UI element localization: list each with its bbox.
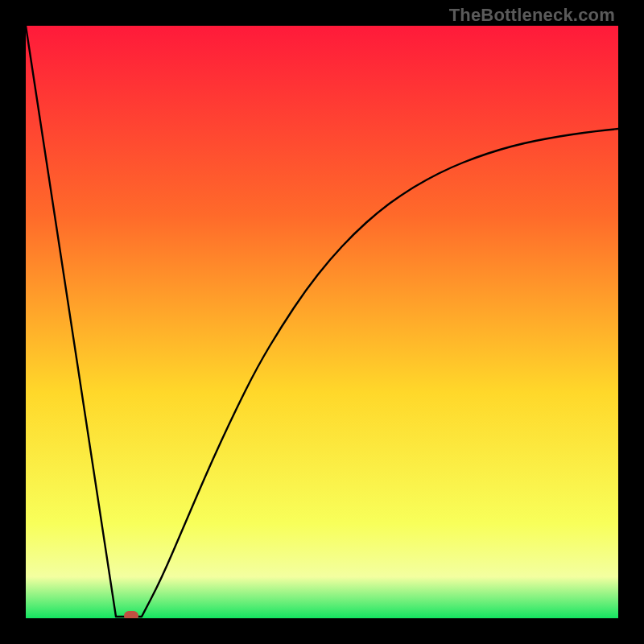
plot-area	[26, 26, 618, 618]
minimum-marker	[124, 611, 138, 618]
bottleneck-curve	[26, 26, 618, 618]
watermark-text: TheBottleneck.com	[449, 5, 615, 26]
chart-frame: TheBottleneck.com	[0, 0, 644, 644]
